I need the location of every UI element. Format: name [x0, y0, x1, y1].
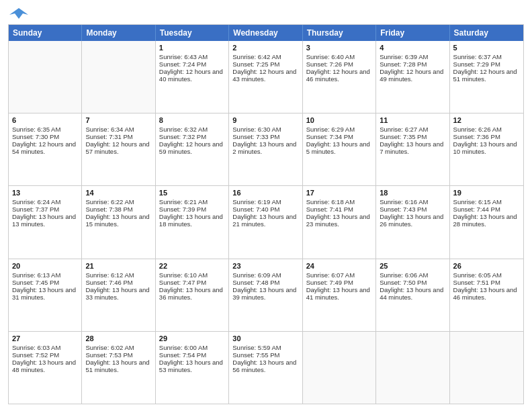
calendar-header: SundayMondayTuesdayWednesdayThursdayFrid…	[9, 25, 523, 41]
sunset-text: Sunset: 7:35 PM	[380, 133, 427, 140]
daylight-text: Daylight: 13 hours and 36 minutes.	[159, 286, 223, 301]
sunrise-text: Sunrise: 6:13 AM	[12, 271, 60, 279]
sunset-text: Sunset: 7:47 PM	[159, 279, 206, 286]
day-number: 27	[12, 334, 78, 342]
sunrise-text: Sunrise: 6:00 AM	[159, 344, 208, 351]
sunset-text: Sunset: 7:39 PM	[159, 205, 206, 213]
daylight-text: Daylight: 13 hours and 18 minutes.	[159, 213, 223, 228]
daylight-text: Daylight: 13 hours and 13 minutes.	[12, 213, 76, 228]
calendar-cell: 6 Sunrise: 6:35 AM Sunset: 7:30 PM Dayli…	[9, 113, 82, 185]
daylight-text: Daylight: 12 hours and 54 minutes.	[12, 140, 76, 155]
calendar-header-day: Friday	[376, 25, 449, 41]
calendar-cell: 21 Sunrise: 6:12 AM Sunset: 7:46 PM Dayl…	[82, 259, 155, 331]
calendar-cell: 15 Sunrise: 6:21 AM Sunset: 7:39 PM Dayl…	[156, 186, 229, 258]
calendar-cell: 14 Sunrise: 6:22 AM Sunset: 7:38 PM Dayl…	[82, 186, 155, 258]
sunrise-text: Sunrise: 6:15 AM	[453, 198, 502, 205]
sunset-text: Sunset: 7:32 PM	[159, 133, 206, 140]
sunset-text: Sunset: 7:48 PM	[232, 279, 279, 286]
calendar-header-day: Monday	[82, 25, 155, 41]
svg-marker-0	[9, 8, 28, 19]
page-header	[8, 7, 524, 19]
calendar: SundayMondayTuesdayWednesdayThursdayFrid…	[8, 24, 524, 404]
day-number: 17	[306, 189, 372, 197]
calendar-row: 20 Sunrise: 6:13 AM Sunset: 7:45 PM Dayl…	[9, 259, 523, 331]
sunset-text: Sunset: 7:28 PM	[380, 60, 427, 68]
daylight-text: Daylight: 13 hours and 44 minutes.	[380, 286, 443, 301]
calendar-cell: 19 Sunrise: 6:15 AM Sunset: 7:44 PM Dayl…	[450, 186, 523, 258]
daylight-text: Daylight: 12 hours and 40 minutes.	[159, 68, 223, 83]
sunset-text: Sunset: 7:37 PM	[12, 205, 59, 213]
sunrise-text: Sunrise: 6:07 AM	[306, 271, 355, 279]
calendar-row: 27 Sunrise: 6:03 AM Sunset: 7:52 PM Dayl…	[9, 331, 523, 404]
sunset-text: Sunset: 7:30 PM	[12, 133, 59, 140]
sunrise-text: Sunrise: 6:18 AM	[306, 198, 355, 205]
sunrise-text: Sunrise: 6:09 AM	[232, 271, 281, 279]
daylight-text: Daylight: 12 hours and 46 minutes.	[306, 68, 370, 83]
daylight-text: Daylight: 13 hours and 48 minutes.	[12, 359, 76, 373]
calendar-body: 1 Sunrise: 6:43 AM Sunset: 7:24 PM Dayli…	[9, 41, 523, 404]
sunrise-text: Sunrise: 6:40 AM	[306, 53, 355, 60]
sunrise-text: Sunrise: 6:39 AM	[380, 53, 428, 60]
sunset-text: Sunset: 7:52 PM	[12, 351, 59, 359]
daylight-text: Daylight: 13 hours and 23 minutes.	[306, 213, 370, 228]
calendar-cell: 22 Sunrise: 6:10 AM Sunset: 7:47 PM Dayl…	[156, 259, 229, 331]
sunrise-text: Sunrise: 6:21 AM	[159, 198, 208, 205]
daylight-text: Daylight: 12 hours and 51 minutes.	[453, 68, 517, 83]
day-number: 21	[85, 262, 151, 270]
daylight-text: Daylight: 12 hours and 57 minutes.	[85, 140, 149, 155]
calendar-cell: 2 Sunrise: 6:42 AM Sunset: 7:25 PM Dayli…	[229, 41, 302, 113]
sunset-text: Sunset: 7:50 PM	[380, 279, 427, 286]
day-number: 23	[232, 262, 298, 270]
logo	[8, 7, 28, 19]
day-number: 5	[453, 44, 520, 52]
day-number: 18	[380, 189, 445, 197]
daylight-text: Daylight: 13 hours and 39 minutes.	[232, 286, 296, 301]
calendar-cell	[450, 332, 523, 404]
calendar-header-day: Sunday	[9, 25, 82, 41]
calendar-header-day: Thursday	[303, 25, 376, 41]
calendar-cell: 12 Sunrise: 6:26 AM Sunset: 7:36 PM Dayl…	[450, 113, 523, 185]
sunset-text: Sunset: 7:38 PM	[85, 205, 132, 213]
sunset-text: Sunset: 7:44 PM	[453, 205, 500, 213]
daylight-text: Daylight: 13 hours and 33 minutes.	[85, 286, 149, 301]
sunrise-text: Sunrise: 6:24 AM	[12, 198, 60, 205]
day-number: 7	[85, 116, 151, 124]
logo-bird-icon	[9, 7, 28, 21]
sunset-text: Sunset: 7:43 PM	[380, 205, 427, 213]
calendar-cell	[303, 332, 376, 404]
day-number: 29	[159, 334, 225, 342]
sunrise-text: Sunrise: 6:30 AM	[232, 126, 281, 133]
daylight-text: Daylight: 12 hours and 43 minutes.	[232, 68, 296, 83]
sunset-text: Sunset: 7:36 PM	[453, 133, 500, 140]
sunrise-text: Sunrise: 6:35 AM	[12, 126, 60, 133]
page-container: SundayMondayTuesdayWednesdayThursdayFrid…	[0, 0, 532, 411]
day-number: 2	[232, 44, 298, 52]
sunset-text: Sunset: 7:24 PM	[159, 60, 206, 68]
calendar-cell: 29 Sunrise: 6:00 AM Sunset: 7:54 PM Dayl…	[156, 332, 229, 404]
sunrise-text: Sunrise: 6:27 AM	[380, 126, 428, 133]
sunset-text: Sunset: 7:46 PM	[85, 279, 132, 286]
daylight-text: Daylight: 13 hours and 21 minutes.	[232, 213, 296, 228]
calendar-cell: 9 Sunrise: 6:30 AM Sunset: 7:33 PM Dayli…	[229, 113, 302, 185]
sunrise-text: Sunrise: 6:42 AM	[232, 53, 281, 60]
day-number: 3	[306, 44, 372, 52]
sunrise-text: Sunrise: 6:37 AM	[453, 53, 502, 60]
daylight-text: Daylight: 13 hours and 56 minutes.	[232, 359, 296, 373]
daylight-text: Daylight: 13 hours and 53 minutes.	[159, 359, 223, 373]
day-number: 14	[85, 189, 151, 197]
sunrise-text: Sunrise: 6:05 AM	[453, 271, 502, 279]
daylight-text: Daylight: 13 hours and 5 minutes.	[306, 140, 370, 155]
sunrise-text: Sunrise: 6:10 AM	[159, 271, 208, 279]
sunset-text: Sunset: 7:31 PM	[85, 133, 132, 140]
sunrise-text: Sunrise: 6:06 AM	[380, 271, 428, 279]
calendar-cell: 26 Sunrise: 6:05 AM Sunset: 7:51 PM Dayl…	[450, 259, 523, 331]
sunset-text: Sunset: 7:49 PM	[306, 279, 353, 286]
day-number: 13	[12, 189, 78, 197]
calendar-header-day: Tuesday	[156, 25, 229, 41]
calendar-cell	[376, 332, 449, 404]
day-number: 6	[12, 116, 78, 124]
sunset-text: Sunset: 7:26 PM	[306, 60, 353, 68]
daylight-text: Daylight: 13 hours and 2 minutes.	[232, 140, 296, 155]
sunrise-text: Sunrise: 6:32 AM	[159, 126, 208, 133]
day-number: 16	[232, 189, 298, 197]
